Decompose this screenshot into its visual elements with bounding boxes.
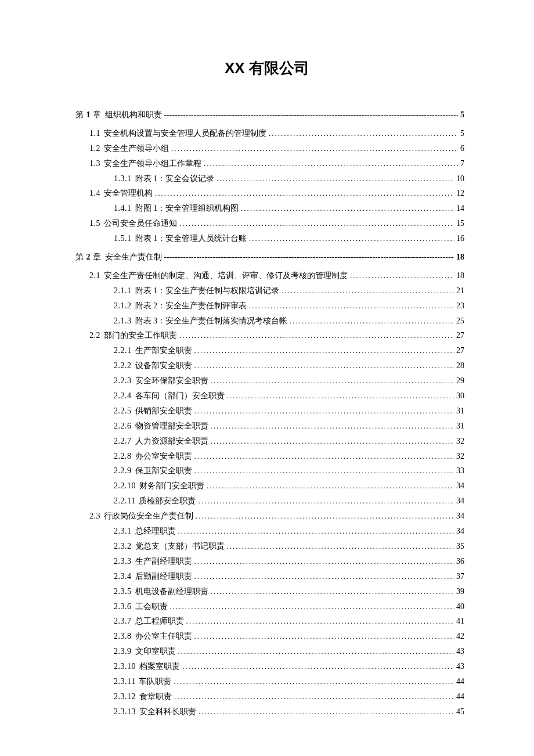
toc-entry: 2.3.1总经理职责34 — [75, 524, 464, 539]
toc-leader — [171, 142, 458, 156]
toc-entry-label: 总经理职责 — [135, 524, 176, 539]
toc-entry-page: 34 — [456, 478, 464, 494]
toc-entry-label: 后勤副经理职责 — [135, 569, 192, 584]
toc-entry-page: 45 — [456, 704, 464, 719]
toc-entry-page: 34 — [456, 524, 464, 539]
toc-leader — [282, 284, 454, 298]
toc-entry-page: 30 — [456, 388, 464, 404]
toc-entry-number: 2.3.3 — [114, 554, 132, 569]
toc-entry-page: 36 — [456, 554, 464, 569]
toc-entry-label: 人力资源部安全职责 — [135, 434, 208, 449]
toc-entry-label: 附表 1：安全管理人员统计台账 — [135, 231, 247, 246]
toc-entry-number: 第 1 章 — [75, 107, 102, 123]
toc-entry-label: 机电设备副经理职责 — [135, 584, 208, 599]
toc-entry-page: 18 — [456, 268, 464, 283]
toc-entry: 2.3.7总工程师职责41 — [75, 614, 464, 629]
toc-leader — [164, 250, 454, 265]
toc-entry-number: 2.3.11 — [114, 674, 135, 689]
toc-entry: 2.3.4后勤副经理职责37 — [75, 569, 464, 584]
toc-entry-number: 2.1.3 — [114, 314, 132, 329]
toc-entry-label: 安全生产领导小组工作章程 — [104, 156, 201, 171]
toc-entry-number: 2.3.9 — [114, 644, 132, 659]
table-of-contents: 第 1 章组织机构和职责51.1安全机构设置与安全管理人员配备的管理制度51.2… — [0, 107, 534, 719]
toc-entry-label: 档案室职责 — [139, 659, 180, 674]
toc-entry-page: 40 — [456, 599, 464, 614]
toc-entry: 2.2.8办公室安全职责32 — [75, 449, 464, 464]
toc-entry-label: 安全生产责任制 — [105, 250, 162, 265]
toc-entry-page: 37 — [456, 569, 464, 584]
toc-entry-label: 工会职责 — [135, 599, 168, 614]
toc-entry-number: 2.3 — [89, 509, 100, 524]
toc-entry: 1.2安全生产领导小组6 — [75, 141, 464, 156]
toc-entry: 2.2.3安全环保部安全职责29 — [75, 373, 464, 388]
toc-entry-page: 44 — [456, 689, 464, 704]
toc-entry: 2.3.5机电设备副经理职责39 — [75, 584, 464, 599]
toc-entry-page: 43 — [456, 659, 464, 674]
toc-leader — [217, 172, 454, 186]
toc-entry: 第 2 章安全生产责任制18 — [75, 250, 464, 265]
toc-entry: 2.2.4各车间（部门）安全职责30 — [75, 388, 464, 404]
toc-entry: 1.5.1附表 1：安全管理人员统计台账16 — [75, 231, 464, 246]
toc-entry-page: 18 — [456, 250, 464, 265]
toc-entry-number: 1.5.1 — [114, 231, 132, 246]
toc-leader — [194, 404, 454, 418]
toc-entry: 2.3.3生产副经理职责36 — [75, 554, 464, 569]
toc-entry-label: 公司安全员任命通知 — [104, 216, 177, 231]
toc-leader — [211, 434, 454, 448]
toc-entry-page: 27 — [456, 343, 464, 358]
toc-leader — [164, 107, 459, 123]
toc-entry-number: 1.3.1 — [114, 171, 132, 186]
toc-entry-label: 附表 3：安全生产责任制落实情况考核台帐 — [135, 314, 288, 329]
toc-entry: 1.5公司安全员任命通知15 — [75, 216, 464, 231]
toc-entry-page: 31 — [456, 419, 464, 434]
toc-leader — [198, 494, 454, 508]
toc-entry-label: 安全环保部安全职责 — [135, 373, 208, 388]
toc-leader — [350, 269, 454, 283]
toc-entry-number: 2.2.9 — [114, 463, 132, 478]
toc-entry-page: 23 — [456, 298, 464, 314]
toc-leader — [211, 419, 454, 433]
toc-entry: 2.2部门的安全工作职责27 — [75, 328, 464, 343]
toc-entry: 2.2.11质检部安全职责34 — [75, 494, 464, 509]
toc-entry-number: 2.2.7 — [114, 434, 132, 449]
toc-entry-page: 32 — [456, 449, 464, 464]
toc-entry-page: 7 — [460, 156, 464, 171]
toc-leader — [178, 524, 454, 538]
toc-entry-page: 35 — [456, 539, 464, 554]
toc-entry-number: 2.3.5 — [114, 584, 132, 599]
toc-entry-number: 2.2.10 — [114, 478, 136, 494]
toc-entry-number: 2.2.11 — [114, 494, 135, 509]
toc-leader — [269, 127, 458, 141]
toc-entry-page: 10 — [456, 171, 464, 186]
toc-entry: 2.2.5供销部安全职责31 — [75, 404, 464, 419]
toc-entry: 2.1.1附表 1：安全生产责任制与权限培训记录21 — [75, 283, 464, 298]
toc-entry: 2.3行政岗位安全生产责任制34 — [75, 509, 464, 524]
toc-entry-label: 车队职责 — [139, 674, 171, 689]
toc-entry: 2.2.2设备部安全职责28 — [75, 358, 464, 373]
toc-leader — [194, 570, 454, 584]
toc-entry-number: 2.2 — [89, 328, 100, 343]
toc-leader — [170, 600, 454, 614]
toc-entry-label: 各车间（部门）安全职责 — [135, 388, 225, 404]
toc-entry: 2.3.6工会职责40 — [75, 599, 464, 614]
toc-entry-number: 2.2.4 — [114, 388, 132, 404]
toc-entry-page: 14 — [456, 201, 464, 216]
toc-entry-label: 物资管理部安全职责 — [135, 419, 208, 434]
toc-entry-page: 34 — [456, 494, 464, 509]
toc-entry: 2.1.2附表 2：安全生产责任制评审表23 — [75, 298, 464, 314]
toc-entry-label: 附表 1：安全生产责任制与权限培训记录 — [135, 283, 280, 298]
toc-entry-number: 1.2 — [89, 141, 100, 156]
toc-entry-label: 供销部安全职责 — [135, 404, 192, 419]
toc-leader — [194, 449, 454, 463]
toc-entry: 2.2.1生产部安全职责27 — [75, 343, 464, 358]
toc-entry-number: 2.3.10 — [114, 659, 136, 674]
toc-entry-label: 文印室职责 — [135, 644, 176, 659]
toc-entry-number: 2.3.6 — [114, 599, 132, 614]
toc-entry-number: 2.1 — [89, 268, 100, 283]
toc-entry: 1.4安全管理机构12 — [75, 186, 464, 201]
toc-leader — [155, 186, 454, 200]
toc-leader — [194, 344, 454, 358]
toc-entry-number: 2.2.5 — [114, 404, 132, 419]
toc-entry-number: 2.3.8 — [114, 629, 132, 644]
toc-entry-page: 21 — [456, 283, 464, 298]
